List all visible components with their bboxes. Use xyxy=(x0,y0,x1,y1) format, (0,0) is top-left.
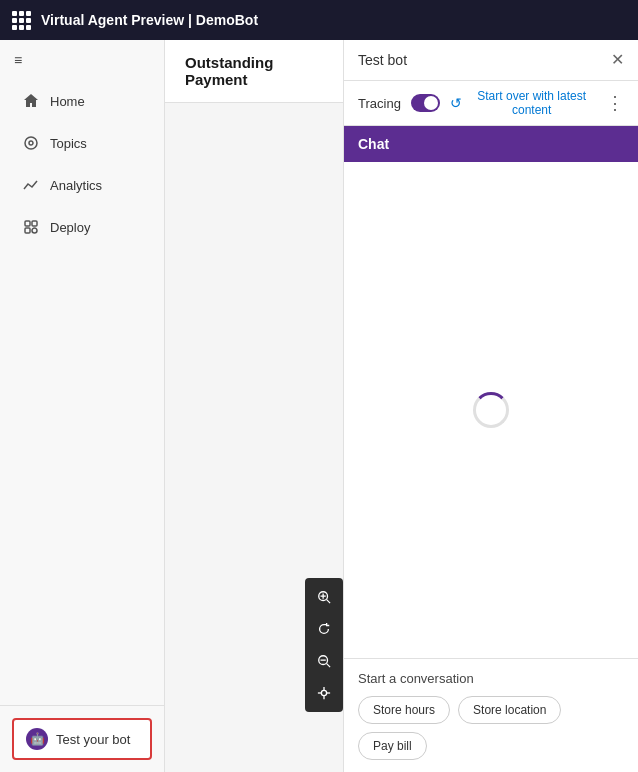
home-icon xyxy=(22,92,40,110)
close-button[interactable]: ✕ xyxy=(611,52,624,68)
sidebar-nav: Home Topics Analytics xyxy=(0,80,164,248)
restart-icon: ↺ xyxy=(450,95,462,111)
suggestion-buttons: Store hours Store location Pay bill xyxy=(358,696,624,760)
chat-body xyxy=(344,162,638,658)
sidebar-item-topics[interactable]: Topics xyxy=(6,124,158,162)
suggestion-pay-bill-label: Pay bill xyxy=(373,739,412,753)
test-panel-title: Test bot xyxy=(358,52,407,68)
suggestion-store-hours-label: Store hours xyxy=(373,703,435,717)
sidebar-item-deploy[interactable]: Deploy xyxy=(6,208,158,246)
bot-avatar-icon: 🤖 xyxy=(26,728,48,750)
chat-header-label: Chat xyxy=(358,136,389,152)
loading-spinner xyxy=(473,392,509,428)
test-panel: Test bot ✕ Tracing ↺ Start over with lat… xyxy=(343,40,638,772)
content-area: Outstanding Payment xyxy=(165,40,343,772)
restart-label: Start over with latest content xyxy=(467,89,596,117)
apps-icon[interactable] xyxy=(12,11,31,30)
test-panel-controls: Tracing ↺ Start over with latest content… xyxy=(344,81,638,126)
test-bot-label: Test your bot xyxy=(56,732,130,747)
topbar-title: Virtual Agent Preview | DemoBot xyxy=(41,12,258,28)
svg-line-11 xyxy=(327,664,331,668)
zoom-in-button[interactable] xyxy=(309,582,339,612)
page-title: Outstanding Payment xyxy=(185,54,273,88)
test-panel-header: Test bot ✕ xyxy=(344,40,638,81)
sidebar-item-topics-label: Topics xyxy=(50,136,87,151)
sidebar: ≡ Home Topics xyxy=(0,40,165,772)
content-header: Outstanding Payment xyxy=(165,40,343,103)
test-your-bot-button[interactable]: 🤖 Test your bot xyxy=(12,718,152,760)
deploy-icon xyxy=(22,218,40,236)
restart-button[interactable]: ↺ Start over with latest content xyxy=(450,89,596,117)
main-layout: ≡ Home Topics xyxy=(0,40,638,772)
tracing-label: Tracing xyxy=(358,96,401,111)
sidebar-item-analytics[interactable]: Analytics xyxy=(6,166,158,204)
sidebar-bottom: 🤖 Test your bot xyxy=(0,705,164,772)
chat-header: Chat xyxy=(344,126,638,162)
svg-rect-2 xyxy=(25,221,30,226)
suggestion-pay-bill[interactable]: Pay bill xyxy=(358,732,427,760)
svg-rect-4 xyxy=(25,228,30,233)
suggestion-store-location[interactable]: Store location xyxy=(458,696,561,724)
sidebar-item-deploy-label: Deploy xyxy=(50,220,90,235)
svg-point-13 xyxy=(321,690,326,695)
hamburger-menu-icon[interactable]: ≡ xyxy=(0,40,164,80)
conversation-start-label: Start a conversation xyxy=(358,671,624,686)
reset-button[interactable] xyxy=(309,614,339,644)
svg-point-1 xyxy=(29,141,33,145)
suggestion-store-hours[interactable]: Store hours xyxy=(358,696,450,724)
toggle-knob xyxy=(424,96,438,110)
conversation-area: Start a conversation Store hours Store l… xyxy=(344,658,638,772)
sidebar-item-home-label: Home xyxy=(50,94,85,109)
sidebar-item-home[interactable]: Home xyxy=(6,82,158,120)
analytics-icon xyxy=(22,176,40,194)
zoom-controls xyxy=(305,578,343,712)
suggestion-store-location-label: Store location xyxy=(473,703,546,717)
topbar: Virtual Agent Preview | DemoBot xyxy=(0,0,638,40)
more-options-button[interactable]: ⋮ xyxy=(606,94,624,112)
svg-line-7 xyxy=(327,600,331,604)
zoom-out-button[interactable] xyxy=(309,646,339,676)
svg-point-5 xyxy=(32,228,37,233)
sidebar-item-analytics-label: Analytics xyxy=(50,178,102,193)
svg-point-0 xyxy=(25,137,37,149)
fit-to-screen-button[interactable] xyxy=(309,678,339,708)
svg-rect-3 xyxy=(32,221,37,226)
topics-icon xyxy=(22,134,40,152)
tracing-toggle[interactable] xyxy=(411,94,440,112)
content-body xyxy=(165,103,343,772)
